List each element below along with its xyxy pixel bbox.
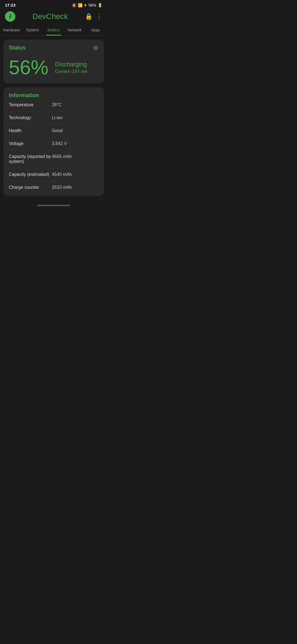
status-bar: 17:23 🔇 📶 ✈ 56% 🔋: [0, 0, 107, 9]
info-label-health: Health: [9, 128, 52, 133]
battery-current: Current -147 mA: [55, 69, 87, 74]
info-value-temperature: 28°C: [52, 102, 98, 107]
info-row-capacity-estimated: Capacity (estimated) 4540 mAh: [9, 168, 98, 181]
info-row-technology: Technology Li-ion: [9, 111, 98, 124]
info-label-technology: Technology: [9, 115, 52, 120]
battery-status-text: 56%: [89, 3, 96, 7]
airplane-icon: ✈: [84, 3, 87, 7]
status-card-header: Status ⚙: [9, 45, 98, 55]
info-card-title: Information: [9, 92, 39, 98]
battery-status-label: Discharging: [55, 61, 87, 68]
info-card: Information Temperature 28°C Technology …: [3, 87, 104, 196]
info-label-capacity-estimated: Capacity (estimated): [9, 172, 52, 177]
info-label-temperature: Temperature: [9, 102, 52, 107]
more-options-icon[interactable]: ⋮: [96, 13, 102, 20]
logo-text: i: [9, 13, 11, 20]
battery-icon: 🔋: [98, 3, 102, 7]
info-value-technology: Li-ion: [52, 115, 98, 120]
info-value-capacity-estimated: 4540 mAh: [52, 172, 98, 177]
info-value-health: Good: [52, 128, 98, 133]
tab-hardware[interactable]: Hardware: [1, 25, 22, 36]
info-row-capacity-reported: Capacity (reported by system) 4565 mAh: [9, 150, 98, 168]
info-value-charge-counter: 2533 mAh: [52, 185, 98, 190]
info-row-charge-counter: Charge counter 2533 mAh: [9, 181, 98, 191]
status-body: 56% Discharging Current -147 mA: [9, 55, 98, 78]
battery-status-info: Discharging Current -147 mA: [55, 61, 87, 74]
status-time: 17:23: [5, 3, 15, 7]
mute-icon: 🔇: [72, 3, 76, 7]
status-card-title: Status: [9, 45, 26, 51]
tab-system[interactable]: System: [22, 25, 43, 36]
info-row-health: Health Good: [9, 124, 98, 137]
app-title: DevCheck: [15, 12, 85, 21]
battery-percent-large: 56%: [9, 58, 48, 77]
info-label-capacity-reported: Capacity (reported by system): [9, 154, 52, 164]
info-row-voltage: Voltage 3.842 V: [9, 137, 98, 150]
lock-icon[interactable]: 🔒: [85, 13, 92, 20]
app-logo: i: [5, 11, 15, 22]
info-label-voltage: Voltage: [9, 141, 52, 146]
app-bar-actions: 🔒 ⋮: [85, 13, 102, 20]
wifi-icon: 📶: [78, 3, 82, 7]
tab-network[interactable]: Network: [64, 25, 85, 36]
tab-bar: Hardware System Battery Network Apps: [0, 25, 107, 36]
tab-apps[interactable]: Apps: [85, 25, 106, 36]
status-card: Status ⚙ 56% Discharging Current -147 mA: [3, 40, 104, 83]
info-value-capacity-reported: 4565 mAh: [52, 154, 98, 159]
info-value-voltage: 3.842 V: [52, 141, 98, 146]
main-content: Status ⚙ 56% Discharging Current -147 mA…: [0, 36, 107, 200]
settings-icon[interactable]: ⚙: [93, 45, 98, 52]
status-icons: 🔇 📶 ✈ 56% 🔋: [72, 3, 102, 7]
tab-battery[interactable]: Battery: [43, 25, 64, 36]
info-label-charge-counter: Charge counter: [9, 185, 52, 190]
app-bar: i DevCheck 🔒 ⋮: [0, 9, 107, 25]
info-row-temperature: Temperature 28°C: [9, 99, 98, 111]
nav-indicator: [37, 205, 70, 206]
